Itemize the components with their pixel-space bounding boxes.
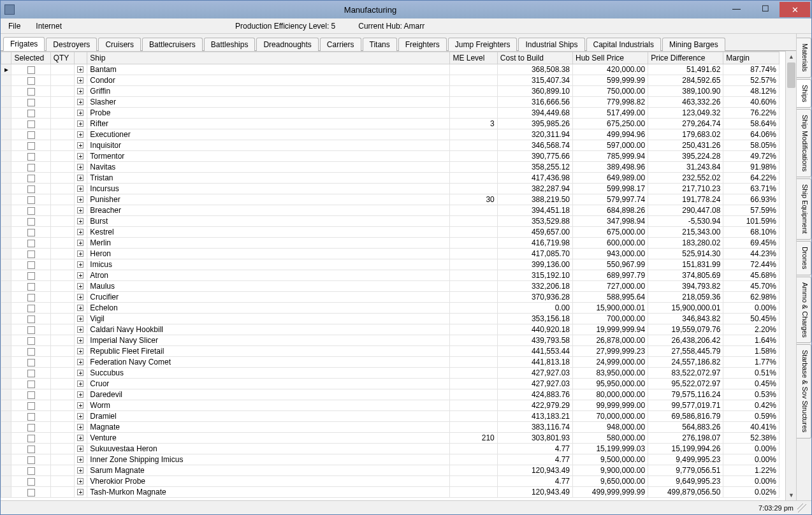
selected-cell[interactable] — [11, 335, 50, 346]
qty-cell[interactable] — [50, 314, 74, 324]
table-row[interactable]: +Daredevil424,883.7680,000,000.0079,575,… — [1, 389, 779, 400]
expand-icon[interactable]: + — [77, 489, 83, 495]
expand-cell[interactable]: + — [74, 194, 87, 205]
tab-titans[interactable]: Titans — [363, 38, 397, 51]
expand-cell[interactable]: + — [74, 487, 87, 498]
checkbox-icon[interactable] — [27, 489, 35, 497]
qty-cell[interactable] — [50, 346, 74, 357]
selected-cell[interactable] — [11, 86, 50, 97]
table-row[interactable]: +Maulus332,206.18727,000.00394,793.8245.… — [1, 281, 779, 292]
selected-cell[interactable] — [11, 205, 50, 216]
expand-cell[interactable]: + — [74, 411, 87, 422]
checkbox-icon[interactable] — [27, 99, 35, 106]
expand-cell[interactable]: + — [74, 465, 87, 476]
expand-cell[interactable]: + — [74, 335, 87, 346]
scroll-down-arrow[interactable]: ▼ — [786, 490, 797, 500]
table-row[interactable]: +Condor315,407.34599,999.99284,592.6552.… — [1, 75, 779, 86]
checkbox-icon[interactable] — [27, 207, 35, 215]
checkbox-icon[interactable] — [27, 381, 35, 388]
table-row[interactable]: +Sukuuvestaa Heron4.7715,199,999.0315,19… — [1, 444, 779, 454]
qty-cell[interactable] — [50, 259, 74, 270]
qty-cell[interactable] — [50, 238, 74, 249]
qty-cell[interactable] — [50, 368, 74, 379]
selected-cell[interactable] — [11, 389, 50, 400]
expand-icon[interactable]: + — [77, 435, 83, 441]
expand-cell[interactable]: + — [74, 259, 87, 270]
tab-mining-barges[interactable]: Mining Barges — [662, 38, 725, 51]
selected-cell[interactable] — [11, 173, 50, 184]
expand-icon[interactable]: + — [77, 99, 83, 105]
table-row[interactable]: +Griffin360,899.10750,000.00389,100.9048… — [1, 86, 779, 97]
table-row[interactable]: +Crucifier370,936.28588,995.64218,059.36… — [1, 292, 779, 303]
menu-file[interactable]: File — [4, 20, 24, 32]
checkbox-icon[interactable] — [27, 131, 35, 139]
checkbox-icon[interactable] — [27, 478, 35, 486]
qty-cell[interactable] — [50, 454, 74, 465]
expand-cell[interactable]: + — [74, 216, 87, 227]
expand-icon[interactable]: + — [77, 272, 83, 279]
table-row[interactable]: +Vigil353,156.18700,000.00346,843.8250.4… — [1, 314, 779, 324]
checkbox-icon[interactable] — [27, 359, 35, 366]
expand-cell[interactable]: + — [74, 75, 87, 86]
expand-cell[interactable]: + — [74, 249, 87, 259]
expand-icon[interactable]: + — [77, 391, 83, 398]
checkbox-icon[interactable] — [27, 446, 35, 453]
checkbox-icon[interactable] — [27, 456, 35, 464]
table-row[interactable]: +Magnate383,116.74948,000.00564,883.2640… — [1, 422, 779, 433]
selected-cell[interactable] — [11, 422, 50, 433]
table-row[interactable]: +Atron315,192.10689,997.79374,805.6945.6… — [1, 270, 779, 281]
expand-cell[interactable]: + — [74, 346, 87, 357]
expand-cell[interactable]: + — [74, 162, 87, 173]
selected-cell[interactable] — [11, 487, 50, 498]
qty-cell[interactable] — [50, 357, 74, 368]
qty-cell[interactable] — [50, 205, 74, 216]
table-row[interactable]: +Incursus382,287.94599,998.17217,710.236… — [1, 184, 779, 194]
expand-cell[interactable]: + — [74, 400, 87, 411]
table-row[interactable]: +Tristan417,436.98649,989.00232,552.0264… — [1, 173, 779, 184]
checkbox-icon[interactable] — [27, 337, 35, 345]
expand-icon[interactable]: + — [77, 88, 83, 94]
selected-cell[interactable] — [11, 194, 50, 205]
checkbox-icon[interactable] — [27, 66, 35, 74]
expand-cell[interactable]: + — [74, 379, 87, 389]
qty-cell[interactable] — [50, 119, 74, 129]
checkbox-icon[interactable] — [27, 229, 35, 236]
expand-cell[interactable]: + — [74, 454, 87, 465]
table-row[interactable]: +Navitas358,255.12389,498.9631,243.8491.… — [1, 162, 779, 173]
expand-cell[interactable]: + — [74, 184, 87, 194]
checkbox-icon[interactable] — [27, 305, 35, 312]
expand-icon[interactable]: + — [77, 424, 83, 430]
checkbox-icon[interactable] — [27, 77, 35, 85]
tab-freighters[interactable]: Freighters — [398, 38, 447, 51]
tab-destroyers[interactable]: Destroyers — [46, 38, 97, 51]
qty-cell[interactable] — [50, 324, 74, 335]
expand-icon[interactable]: + — [77, 456, 83, 463]
qty-cell[interactable] — [50, 270, 74, 281]
table-row[interactable]: +Tash-Murkon Magnate120,943.49499,999,99… — [1, 487, 779, 498]
qty-cell[interactable] — [50, 292, 74, 303]
expand-icon[interactable]: + — [77, 240, 83, 246]
expand-icon[interactable]: + — [77, 153, 83, 159]
expand-icon[interactable]: + — [77, 337, 83, 344]
selected-cell[interactable] — [11, 454, 50, 465]
expand-icon[interactable]: + — [77, 229, 83, 235]
selected-cell[interactable] — [11, 400, 50, 411]
expand-cell[interactable]: + — [74, 97, 87, 108]
checkbox-icon[interactable] — [27, 316, 35, 323]
selected-cell[interactable] — [11, 151, 50, 162]
selected-cell[interactable] — [11, 249, 50, 259]
table-row[interactable]: ▸+Bantam368,508.38420,000.0051,491.6287.… — [1, 64, 779, 75]
selected-cell[interactable] — [11, 303, 50, 314]
checkbox-icon[interactable] — [27, 261, 35, 269]
expand-cell[interactable]: + — [74, 389, 87, 400]
qty-cell[interactable] — [50, 465, 74, 476]
tab-carriers[interactable]: Carriers — [320, 38, 361, 51]
tab-dreadnoughts[interactable]: Dreadnoughts — [256, 38, 318, 51]
expand-cell[interactable]: + — [74, 108, 87, 119]
expand-icon[interactable]: + — [77, 196, 83, 203]
qty-cell[interactable] — [50, 129, 74, 140]
expand-icon[interactable]: + — [77, 478, 83, 484]
selected-cell[interactable] — [11, 108, 50, 119]
expand-cell[interactable]: + — [74, 281, 87, 292]
qty-cell[interactable] — [50, 86, 74, 97]
